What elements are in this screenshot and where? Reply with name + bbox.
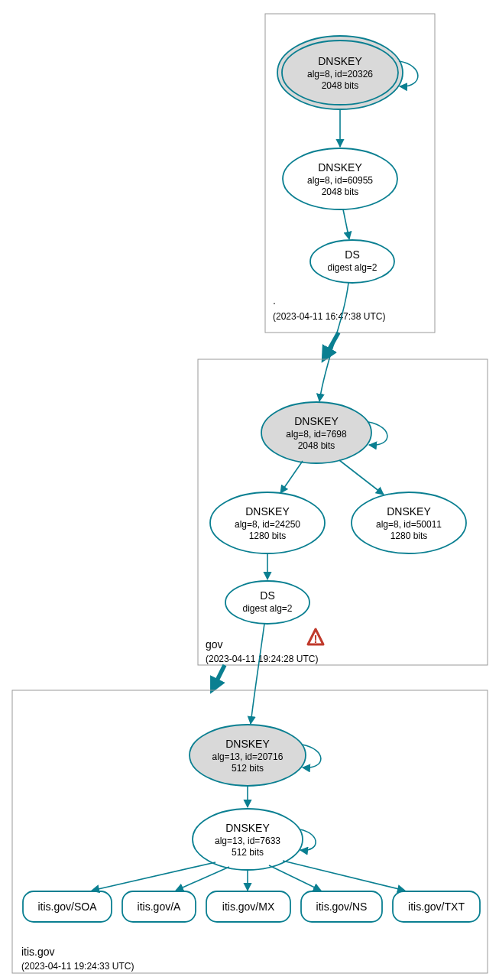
svg-point-4 (310, 240, 394, 283)
gov-zsk1-sub2: 1280 bits (249, 531, 287, 541)
itis-ksk-title: DNSKEY (225, 738, 270, 750)
gov-zsk1-node[interactable]: DNSKEY alg=8, id=24250 1280 bits (210, 492, 325, 553)
itis-zsk-node[interactable]: DNSKEY alg=13, id=7633 512 bits (193, 809, 303, 870)
rr-ns[interactable]: itis.gov/NS (301, 891, 382, 922)
rr-txt-label: itis.gov/TXT (408, 900, 465, 913)
gov-ds-node[interactable]: DS digest alg=2 (225, 581, 309, 624)
itis-ksk-sub2: 512 bits (232, 763, 264, 774)
gov-ds-sub1: digest alg=2 (242, 603, 292, 614)
edge-root-zsk-ds (343, 209, 349, 239)
rr-mx-label: itis.gov/MX (222, 900, 275, 913)
warning-icon[interactable]: ! (308, 629, 323, 645)
gov-zsk2-sub1: alg=8, id=50011 (376, 519, 442, 530)
root-ksk-title: DNSKEY (318, 55, 362, 67)
gov-zsk2-title: DNSKEY (387, 505, 431, 518)
zone-gov-label: gov (206, 638, 223, 651)
zone-itis-label: itis.gov (21, 946, 55, 958)
itis-ksk-node[interactable]: DNSKEY alg=13, id=20716 512 bits (190, 725, 306, 786)
rr-soa[interactable]: itis.gov/SOA (23, 891, 112, 922)
root-ds-title: DS (345, 248, 359, 261)
gov-ksk-node[interactable]: DNSKEY alg=8, id=7698 2048 bits (261, 402, 371, 463)
gov-ksk-sub1: alg=8, id=7698 (286, 429, 347, 440)
rr-soa-label: itis.gov/SOA (37, 900, 97, 913)
itis-zsk-title: DNSKEY (225, 822, 270, 834)
itis-ksk-sub1: alg=13, id=20716 (212, 751, 284, 762)
itis-zsk-sub2: 512 bits (232, 847, 264, 858)
root-ksk-sub1: alg=8, id=20326 (307, 69, 373, 80)
edge-zsk-ns (269, 865, 321, 891)
zone-itis: itis.gov (2023-04-11 19:24:33 UTC) DNSKE… (12, 624, 488, 973)
root-zsk-node[interactable]: DNSKEY alg=8, id=60955 2048 bits (283, 148, 397, 209)
rr-mx[interactable]: itis.gov/MX (206, 891, 290, 922)
root-zsk-sub1: alg=8, id=60955 (307, 175, 373, 186)
edge-govksk-zsk1 (280, 461, 303, 493)
svg-text:!: ! (314, 632, 318, 645)
gov-zsk1-title: DNSKEY (245, 505, 290, 518)
edge-gov-to-itis-zone (213, 665, 225, 688)
edge-zsk-soa (92, 862, 215, 891)
rr-a[interactable]: itis.gov/A (122, 891, 196, 922)
edge-zsk-a (176, 867, 229, 891)
gov-zsk2-node[interactable]: DNSKEY alg=8, id=50011 1280 bits (352, 492, 466, 553)
edge-zsk-txt (283, 861, 405, 891)
edge-govds-itisksk (251, 624, 264, 724)
root-zsk-title: DNSKEY (318, 161, 362, 174)
gov-ds-title: DS (260, 589, 274, 602)
root-ds-sub1: digest alg=2 (327, 262, 377, 273)
rr-txt[interactable]: itis.gov/TXT (393, 891, 480, 922)
root-ksk-node[interactable]: DNSKEY alg=8, id=20326 2048 bits (277, 36, 403, 109)
zone-root: . (2023-04-11 16:47:38 UTC) DNSKEY alg=8… (265, 14, 435, 333)
svg-point-9 (225, 581, 309, 624)
zone-root-timestamp: (2023-04-11 16:47:38 UTC) (273, 311, 385, 322)
gov-ksk-sub2: 2048 bits (298, 440, 335, 451)
edge-rootds-govksk (319, 283, 348, 401)
root-ds-node[interactable]: DS digest alg=2 (310, 240, 394, 283)
root-ksk-sub2: 2048 bits (322, 80, 359, 91)
zone-root-label: . (273, 294, 276, 307)
rr-ns-label: itis.gov/NS (316, 900, 368, 913)
zone-gov-timestamp: (2023-04-11 19:24:28 UTC) (206, 654, 318, 664)
itis-zsk-sub1: alg=13, id=7633 (215, 836, 280, 846)
gov-zsk1-sub1: alg=8, id=24250 (235, 519, 300, 530)
root-zsk-sub2: 2048 bits (322, 187, 359, 197)
zone-gov: gov (2023-04-11 19:24:28 UTC) DNSKEY alg… (198, 283, 488, 665)
zone-itis-timestamp: (2023-04-11 19:24:33 UTC) (21, 961, 134, 972)
gov-zsk2-sub2: 1280 bits (390, 531, 428, 541)
rr-a-label: itis.gov/A (138, 900, 181, 913)
gov-ksk-title: DNSKEY (294, 415, 339, 427)
edge-govksk-zsk2 (339, 460, 384, 495)
